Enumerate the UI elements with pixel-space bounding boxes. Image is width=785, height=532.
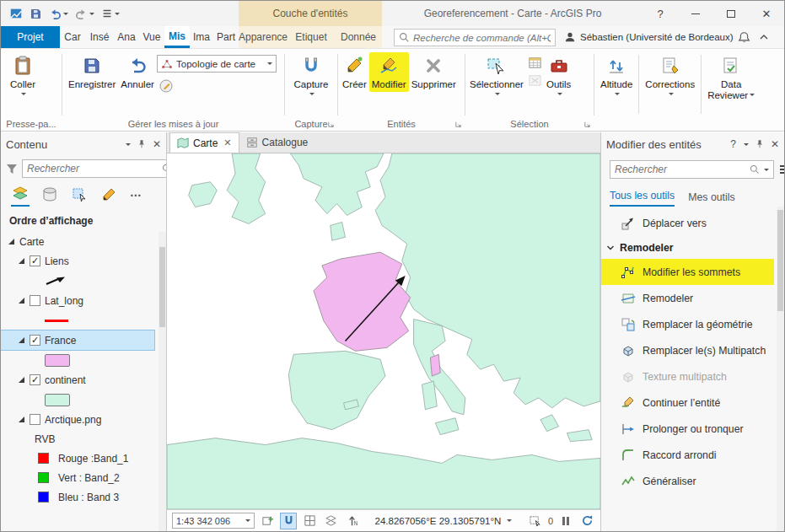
pin-icon[interactable] <box>137 139 147 150</box>
clear-selection-icon[interactable] <box>528 73 542 88</box>
close-view-icon[interactable]: ✕ <box>223 137 231 148</box>
annuler-button[interactable]: Annuler <box>118 52 157 92</box>
tab-data-source-icon[interactable] <box>40 184 59 206</box>
tab-projet[interactable]: Projet <box>1 26 60 48</box>
layer-arctique[interactable]: Arctique.png <box>1 410 154 429</box>
selectionner-button[interactable]: Sélectionner <box>467 52 526 99</box>
command-search-input[interactable] <box>413 33 551 43</box>
coller-button[interactable]: Coller <box>8 52 38 99</box>
continent-symbol[interactable] <box>1 390 154 410</box>
scale-combo[interactable]: 1:43 342 096 <box>172 513 255 529</box>
help-button[interactable]: ? <box>643 1 678 26</box>
filter-icon[interactable] <box>6 164 18 175</box>
coordinates-readout[interactable]: 24.8267056°E 29.1305791°N <box>375 516 502 526</box>
snapping-toggle-icon[interactable] <box>280 513 297 529</box>
tool-modifier-les-sommets[interactable]: Modifier les sommets <box>601 259 774 285</box>
tool-deplacer-vers[interactable]: Déplacer vers <box>601 210 774 236</box>
tab-drawing-order-icon[interactable] <box>11 183 30 207</box>
capture-button[interactable]: Capture <box>292 52 331 99</box>
tab-vue[interactable]: Vue <box>139 26 164 48</box>
notifications-bell-icon[interactable] <box>734 26 755 48</box>
tab-tous-les-outils[interactable]: Tous les outils <box>610 190 675 207</box>
layer-continent[interactable]: ✓ continent <box>1 370 154 390</box>
redo-icon[interactable] <box>73 6 96 22</box>
attributes-table-icon[interactable] <box>528 56 542 70</box>
tab-inserer[interactable]: Insé <box>85 26 114 48</box>
tools-search[interactable] <box>610 160 774 179</box>
layer-liens[interactable]: ✓ Liens <box>1 251 154 271</box>
layer-checkbox[interactable]: ✓ <box>30 255 40 266</box>
contents-search[interactable] <box>22 159 186 178</box>
view-tab-carte[interactable]: Carte ✕ <box>169 132 239 153</box>
pin-icon[interactable] <box>755 139 765 150</box>
tab-editing-icon[interactable] <box>99 184 118 206</box>
north-arrow-icon[interactable]: N <box>343 513 360 529</box>
layer-checkbox[interactable]: ✓ <box>30 374 40 385</box>
layer-checkbox[interactable]: ✓ <box>30 335 40 346</box>
layers-status-icon[interactable] <box>322 513 339 529</box>
tool-remplacer-multipatch[interactable]: Remplacer le(s) Multipatch <box>601 337 774 363</box>
tab-donnees[interactable]: Donnée <box>335 26 382 48</box>
pane-help-icon[interactable]: ? <box>730 138 736 150</box>
modifier-button[interactable]: Modifier <box>369 52 409 92</box>
tool-generaliser[interactable]: Généraliser <box>601 468 774 494</box>
project-icon[interactable] <box>8 5 24 22</box>
topologie-combo[interactable]: Topologie de carte <box>157 55 277 73</box>
group-remodeler[interactable]: Remodeler <box>601 236 784 259</box>
tool-raccord-arrondi[interactable]: Raccord arrondi <box>601 442 774 468</box>
layer-france[interactable]: ✓ France <box>1 330 154 350</box>
contextual-tab-group[interactable]: Couche d'entités <box>239 1 382 26</box>
save-icon[interactable] <box>28 6 44 22</box>
close-pane-icon[interactable]: ✕ <box>153 138 161 150</box>
pause-drawing-icon[interactable] <box>557 513 574 529</box>
pane-menu-icon[interactable] <box>126 143 131 148</box>
outils-button[interactable]: Outils <box>544 52 573 99</box>
grid-icon[interactable] <box>301 513 318 529</box>
france-symbol[interactable] <box>1 350 154 370</box>
tab-apparence[interactable]: Apparence <box>239 26 288 48</box>
tab-mes-outils[interactable]: Mes outils <box>688 191 734 207</box>
selection-count-icon[interactable] <box>527 513 544 529</box>
pane-menu-icon[interactable] <box>744 143 749 148</box>
account-menu[interactable]: Sébastien (Université de Bordeaux) <box>564 26 734 48</box>
tab-carte[interactable]: Car <box>60 26 85 48</box>
creer-button[interactable]: Créer <box>340 52 369 92</box>
tab-etiquetage[interactable]: Etiquet <box>288 26 335 48</box>
close-pane-icon[interactable]: ✕ <box>771 138 779 150</box>
command-search[interactable] <box>394 29 556 46</box>
lat-long-symbol[interactable] <box>1 310 154 330</box>
dialog-launcher-icon[interactable] <box>583 121 591 128</box>
tools-search-input[interactable] <box>615 164 747 175</box>
contents-scrollbar[interactable] <box>159 232 166 531</box>
liens-symbol[interactable] <box>1 271 154 291</box>
close-button[interactable]: ✕ <box>749 1 784 26</box>
tab-partager[interactable]: Part <box>213 26 239 48</box>
undo-icon[interactable] <box>47 6 70 22</box>
contents-search-input[interactable] <box>27 163 159 175</box>
collapse-ribbon-icon[interactable] <box>755 26 773 48</box>
dialog-launcher-icon[interactable] <box>454 121 462 128</box>
dialog-launcher-icon[interactable] <box>327 121 335 128</box>
pane-options-menu-icon[interactable] <box>778 164 785 175</box>
corrections-button[interactable]: Corrections <box>643 52 697 99</box>
customize-toolbar-icon[interactable] <box>99 6 121 21</box>
layer-checkbox[interactable] <box>30 295 40 306</box>
layer-lat-long[interactable]: Lat_long <box>1 291 154 310</box>
tools-scrollbar[interactable] <box>777 207 784 531</box>
coordinates-menu-icon[interactable] <box>507 519 512 524</box>
add-bookmark-icon[interactable] <box>259 513 276 529</box>
altitude-button[interactable]: Altitude <box>598 52 635 99</box>
minimize-button[interactable] <box>678 1 713 26</box>
tool-continuer-entite[interactable]: Continuer l’entité <box>601 390 774 416</box>
supprimer-button[interactable]: Supprimer <box>409 52 459 92</box>
tab-selection-icon[interactable] <box>70 184 89 206</box>
maximize-button[interactable] <box>713 1 749 26</box>
tool-prolonger-ou-tronquer[interactable]: Prolonger ou tronquer <box>601 416 774 442</box>
editing-status-icon[interactable] <box>159 78 174 94</box>
tool-remodeler[interactable]: Remodeler <box>601 285 774 311</box>
data-reviewer-button[interactable]: Data Reviewer <box>705 52 757 102</box>
layer-checkbox[interactable] <box>30 414 40 425</box>
enregistrer-button[interactable]: Enregistrer <box>66 52 118 92</box>
tool-remplacer-la-geometrie[interactable]: Remplacer la géométrie <box>601 311 774 337</box>
tab-analyse[interactable]: Ana <box>114 26 139 48</box>
